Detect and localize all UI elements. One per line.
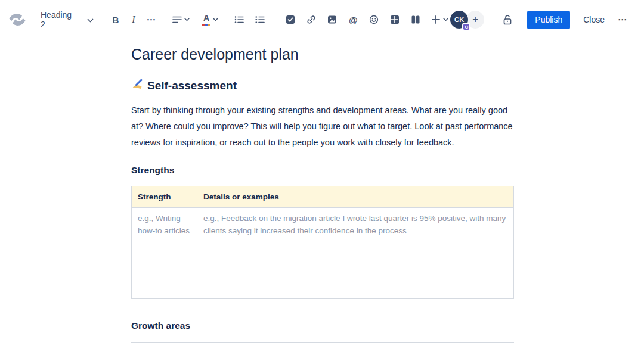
mention-button[interactable]: @ — [346, 11, 360, 28]
more-actions-icon: ⋯ — [618, 14, 627, 25]
intro-paragraph[interactable]: Start by thinking through your existing … — [131, 102, 513, 151]
editor-content: Career development plan Self-assessment … — [131, 39, 513, 343]
confluence-logo-icon — [7, 10, 27, 30]
text-align-icon — [172, 15, 182, 24]
strength-cell[interactable] — [132, 258, 197, 279]
chevron-down-icon — [184, 18, 190, 21]
text-color-button[interactable]: A — [203, 11, 218, 28]
bold-icon: B — [112, 15, 119, 25]
table-button[interactable] — [388, 11, 402, 28]
plus-icon: + — [472, 14, 478, 26]
emoji-icon — [369, 15, 379, 24]
italic-button[interactable]: I — [126, 11, 141, 28]
table-header-row: Strength Details or examples — [132, 186, 514, 208]
plus-icon — [431, 15, 441, 24]
more-formatting-button[interactable]: ⋯ — [144, 11, 159, 28]
numbered-list-icon — [255, 15, 265, 24]
text-color-icon: A — [202, 14, 210, 26]
strengths-col-header-strength[interactable]: Strength — [132, 186, 197, 208]
toolbar-separator — [275, 13, 275, 27]
strength-cell[interactable] — [132, 279, 197, 299]
table-row — [132, 258, 514, 279]
italic-icon: I — [132, 14, 135, 25]
page-title[interactable]: Career development plan — [131, 45, 513, 63]
numbered-list-button[interactable] — [253, 11, 267, 28]
image-icon — [327, 15, 337, 24]
task-list-icon — [286, 15, 295, 24]
emoji-button[interactable] — [367, 11, 381, 28]
more-actions-button[interactable]: ⋯ — [615, 11, 630, 28]
confluence-editor: Heading 2 B I ⋯ — [0, 0, 644, 343]
close-button[interactable]: Close — [578, 11, 609, 29]
chevron-down-icon — [443, 18, 448, 21]
chevron-down-icon — [213, 18, 218, 21]
insert-more-button[interactable] — [429, 11, 450, 28]
strength-cell[interactable]: e.g., Writing how-to articles — [132, 208, 197, 258]
layouts-button[interactable] — [408, 11, 423, 28]
text-align-button[interactable] — [174, 11, 188, 28]
current-user-avatar[interactable]: CK C — [450, 11, 468, 29]
layouts-icon — [411, 15, 420, 24]
chevron-down-icon — [87, 14, 94, 25]
bullet-list-button[interactable] — [232, 11, 246, 28]
bold-button[interactable]: B — [109, 11, 123, 28]
link-button[interactable] — [304, 11, 318, 28]
toolbar-separator — [166, 13, 166, 27]
unlocked-padlock-icon — [502, 14, 512, 25]
image-button[interactable] — [325, 11, 339, 28]
bullet-list-icon — [234, 15, 244, 24]
table-row — [132, 279, 514, 299]
more-formatting-icon: ⋯ — [147, 14, 156, 25]
table-row: e.g., Writing how-to articles e.g., Feed… — [132, 208, 514, 258]
link-icon — [306, 15, 316, 24]
collaborator-badge: C — [462, 23, 470, 31]
toolbar-separator — [225, 13, 225, 27]
growth-areas-heading[interactable]: Growth areas — [131, 320, 513, 331]
text-style-dropdown[interactable]: Heading 2 — [41, 10, 94, 29]
toolbar-separator — [196, 13, 196, 27]
writing-hand-emoji-icon — [131, 78, 143, 93]
strengths-table: Strength Details or examples e.g., Writi… — [131, 186, 514, 299]
section-heading-text: Self-assessment — [147, 79, 237, 93]
strengths-col-header-details[interactable]: Details or examples — [197, 186, 514, 208]
details-cell[interactable] — [197, 258, 514, 279]
text-style-label: Heading 2 — [41, 10, 72, 29]
task-list-button[interactable] — [283, 11, 298, 28]
restrictions-button[interactable] — [500, 11, 514, 28]
table-icon — [390, 15, 400, 24]
mention-icon: @ — [349, 15, 358, 25]
section-heading-self-assessment[interactable]: Self-assessment — [131, 78, 513, 93]
editor-toolbar: Heading 2 B I ⋯ — [0, 0, 644, 39]
strengths-heading[interactable]: Strengths — [131, 164, 513, 176]
publish-button[interactable]: Publish — [527, 11, 570, 29]
details-cell[interactable] — [197, 279, 514, 299]
toolbar-separator — [101, 13, 101, 27]
details-cell[interactable]: e.g., Feedback on the migration article … — [197, 208, 514, 258]
